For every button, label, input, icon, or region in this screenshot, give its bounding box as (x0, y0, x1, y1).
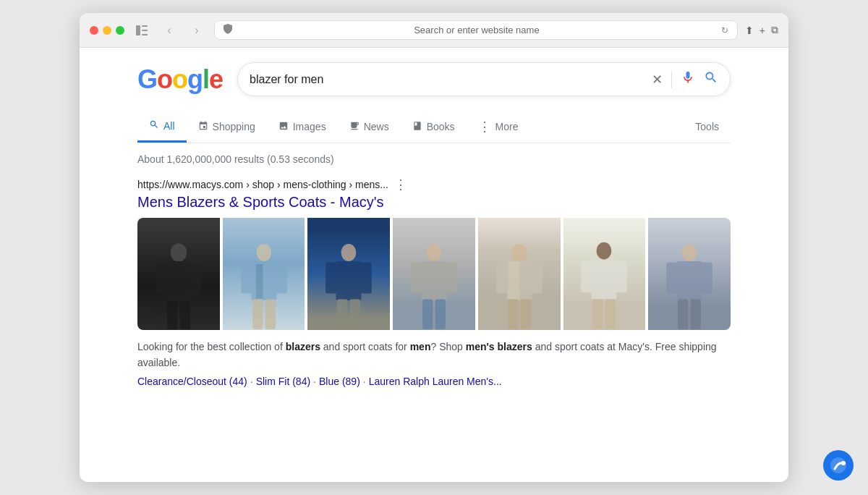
link-separator-3: · (363, 376, 366, 387)
svg-rect-0 (136, 25, 140, 35)
svg-point-48 (841, 461, 846, 465)
product-image-5[interactable] (478, 218, 561, 330)
images-icon (278, 121, 289, 133)
product-image-6[interactable] (563, 218, 646, 330)
traffic-lights (90, 26, 124, 35)
logo-letter-g2: g (187, 64, 203, 94)
clear-search-button[interactable]: ✕ (652, 72, 663, 88)
svg-point-10 (256, 244, 271, 261)
close-button[interactable] (90, 26, 98, 35)
books-icon (412, 121, 422, 133)
nav-item-books[interactable]: Books (401, 112, 467, 142)
back-button[interactable]: ‹ (159, 23, 179, 38)
svg-rect-39 (616, 261, 627, 292)
svg-rect-34 (508, 299, 518, 329)
logo-letter-o1: o (157, 64, 172, 94)
svg-rect-35 (520, 299, 530, 329)
quick-link-blue[interactable]: Blue (89) (319, 376, 360, 387)
shopping-icon (198, 121, 208, 133)
svg-rect-5 (166, 261, 191, 301)
svg-rect-45 (701, 262, 712, 293)
svg-rect-44 (666, 262, 678, 293)
svg-rect-7 (190, 262, 202, 294)
new-tab-icon[interactable]: + (760, 25, 765, 36)
svg-rect-43 (677, 261, 702, 300)
search-result-item: https://www.macys.com › shop › mens-clot… (137, 177, 731, 387)
forward-button[interactable]: › (187, 23, 207, 38)
nav-item-more[interactable]: ⋮ More (467, 111, 530, 142)
google-header: Google blazer for men ✕ (137, 62, 731, 96)
svg-rect-6 (156, 262, 167, 294)
svg-rect-24 (422, 261, 447, 300)
all-icon (149, 119, 159, 132)
tools-button[interactable]: Tools (684, 112, 731, 141)
minimize-button[interactable] (103, 26, 111, 35)
svg-point-29 (511, 244, 527, 261)
quick-link-slim-fit[interactable]: Slim Fit (84) (256, 376, 310, 387)
product-image-4[interactable] (393, 218, 475, 330)
maximize-button[interactable] (116, 26, 124, 35)
svg-rect-13 (275, 262, 286, 293)
result-image-strip[interactable] (137, 218, 731, 330)
svg-rect-25 (411, 262, 422, 293)
svg-rect-11 (251, 261, 276, 300)
search-query-text: blazer for men (250, 73, 643, 86)
svg-rect-12 (241, 262, 252, 293)
share-icon[interactable]: ⬆ (745, 25, 754, 36)
product-image-3[interactable] (307, 218, 390, 330)
svg-rect-1 (142, 25, 148, 27)
logo-letter-g: G (137, 64, 157, 94)
browser-chrome: ‹ › Search or enter website name ↻ ⬆ + ⧉ (80, 13, 788, 48)
svg-rect-9 (179, 300, 190, 329)
logo-letter-l: l (203, 64, 209, 94)
tabs-icon[interactable]: ⧉ (771, 24, 778, 36)
google-logo: Google (137, 64, 223, 95)
svg-rect-38 (582, 261, 593, 292)
svg-rect-33 (508, 261, 519, 300)
quick-link-lauren[interactable]: Lauren Ralph Lauren Men's... (369, 376, 502, 387)
nav-item-all[interactable]: All (137, 111, 187, 143)
logo-letter-o2: o (172, 64, 187, 94)
nav-more-label: More (495, 121, 519, 132)
nav-item-news[interactable]: News (338, 112, 401, 142)
nav-items: All Shopping Images (137, 111, 530, 143)
link-separator-1: · (250, 376, 253, 387)
product-image-7[interactable] (648, 218, 731, 330)
svg-rect-8 (167, 300, 177, 329)
nav-books-label: Books (427, 121, 455, 132)
refresh-icon[interactable]: ↻ (721, 25, 728, 35)
news-icon (349, 121, 359, 133)
product-image-2[interactable] (223, 218, 305, 330)
nav-item-shopping[interactable]: Shopping (187, 112, 267, 142)
svg-rect-28 (435, 299, 446, 329)
result-quick-links: Clearance/Closeout (44) · Slim Fit (84) … (137, 376, 731, 387)
svg-rect-32 (531, 262, 542, 293)
svg-point-23 (427, 244, 442, 261)
browser-window: ‹ › Search or enter website name ↻ ⬆ + ⧉… (80, 13, 788, 482)
search-bar[interactable]: blazer for men ✕ (237, 62, 731, 96)
address-bar[interactable]: Search or enter website name ↻ (214, 20, 738, 40)
svg-rect-14 (255, 263, 263, 298)
search-submit-icon[interactable] (704, 70, 718, 88)
nav-shopping-label: Shopping (213, 121, 255, 132)
svg-rect-18 (336, 261, 362, 300)
result-url-row: https://www.macys.com › shop › mens-clot… (137, 177, 731, 192)
nav-item-images[interactable]: Images (267, 112, 338, 142)
result-options-icon[interactable]: ⋮ (394, 177, 407, 192)
nav-images-label: Images (293, 121, 326, 132)
privacy-icon (224, 24, 232, 36)
voice-search-icon[interactable] (681, 70, 695, 88)
product-image-1[interactable] (137, 218, 220, 330)
svg-rect-41 (605, 299, 616, 329)
svg-rect-37 (592, 260, 617, 299)
results-count: About 1,620,000,000 results (0.53 second… (137, 153, 731, 165)
svg-rect-19 (326, 262, 337, 293)
svg-rect-16 (265, 299, 275, 329)
result-title-link[interactable]: Mens Blazers & Sports Coats - Macy's (137, 194, 731, 211)
svg-rect-20 (360, 262, 372, 293)
quick-link-clearance[interactable]: Clearance/Closeout (44) (137, 376, 247, 387)
sidebar-toggle-button[interactable] (132, 23, 152, 38)
result-url: https://www.macys.com › shop › mens-clot… (137, 179, 388, 190)
link-separator-2: · (313, 376, 316, 387)
svg-rect-22 (350, 299, 360, 329)
